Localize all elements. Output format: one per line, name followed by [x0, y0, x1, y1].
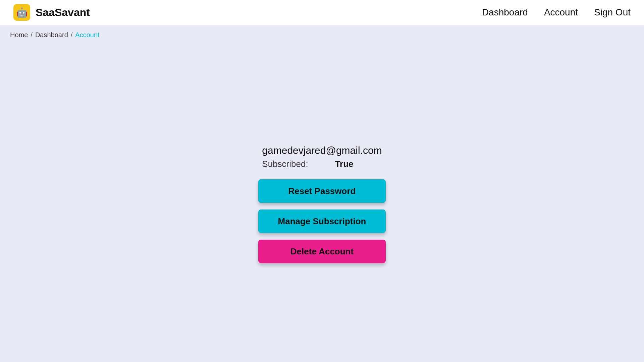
app-title: SaaSavant [36, 6, 90, 19]
logo-emoji: 🤖 [16, 7, 28, 18]
breadcrumb-separator-2: / [71, 31, 73, 39]
subscribed-value: True [335, 159, 354, 169]
reset-password-button[interactable]: Reset Password [258, 179, 386, 203]
breadcrumb: Home / Dashboard / Account [0, 25, 644, 45]
breadcrumb-separator-1: / [31, 31, 33, 39]
breadcrumb-home[interactable]: Home [10, 31, 28, 39]
user-email: gamedevjared@gmail.com [262, 145, 382, 156]
subscribed-label: Subscribed: [262, 159, 308, 169]
breadcrumb-dashboard[interactable]: Dashboard [35, 31, 68, 39]
app-logo-icon: 🤖 [13, 4, 30, 21]
logo-area: 🤖 SaaSavant [13, 4, 90, 21]
breadcrumb-account-active: Account [75, 31, 99, 39]
buttons-container: Reset Password Manage Subscription Delet… [258, 179, 386, 263]
nav-account[interactable]: Account [544, 7, 578, 18]
subscribed-row: Subscribed: True [262, 159, 353, 169]
main-content: gamedevjared@gmail.com Subscribed: True … [0, 45, 644, 362]
manage-subscription-button[interactable]: Manage Subscription [258, 209, 386, 233]
delete-account-button[interactable]: Delete Account [258, 240, 386, 263]
account-info: gamedevjared@gmail.com Subscribed: True [262, 145, 382, 169]
header: 🤖 SaaSavant Dashboard Account Sign Out [0, 0, 644, 25]
nav-signout[interactable]: Sign Out [594, 7, 631, 18]
nav-dashboard[interactable]: Dashboard [482, 7, 528, 18]
header-nav: Dashboard Account Sign Out [482, 7, 631, 18]
